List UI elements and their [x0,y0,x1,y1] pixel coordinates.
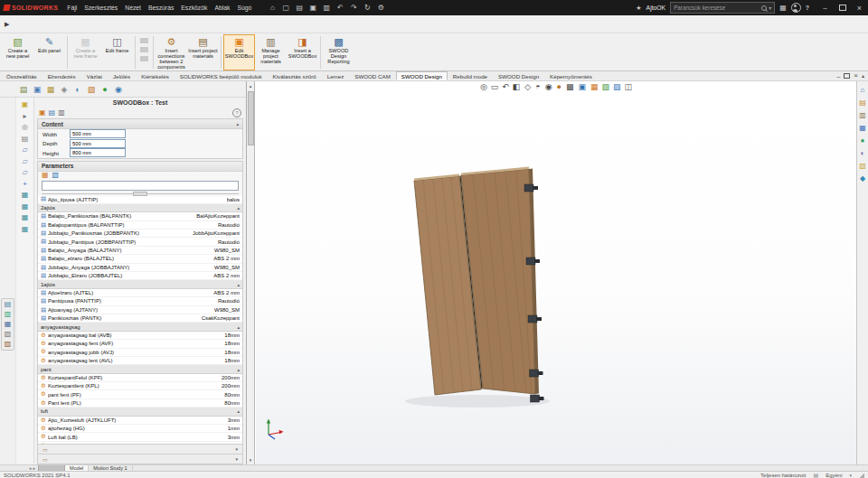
custom-properties-icon[interactable]: ▧ [859,162,866,170]
ribbon-item[interactable] [135,36,136,69]
command-tab[interactable]: SWOOD CAM [349,71,396,80]
collapsed-group-row[interactable] [38,444,242,454]
parameter-row[interactable]: anyagvastagsag jobb (AVJ) 18mm [38,349,242,357]
graphics-viewport[interactable]: ◎ ▭ ↶ ◧ ◇ ◓ ◉ ● [256,81,856,464]
parameter-row[interactable]: Balajto_elzaro (BALAJTEL) ABS 2 mm [38,255,242,263]
dimension-input[interactable] [70,148,126,157]
parameter-value[interactable]: 1mm [228,426,240,431]
edit-swoodbox-button[interactable]: ▣ Edit SWOODBox [223,34,255,70]
appearances-tab-icon[interactable]: ● [99,84,110,95]
parameter-value[interactable]: 3mm [228,417,240,423]
parameter-value[interactable]: 3mm [228,435,240,440]
scrollbar-thumb[interactable] [248,91,254,145]
create-new-frame-button[interactable]: ▦ Create a new frame [70,34,101,70]
insert-swoodbox-button[interactable]: ◨ Insert a SWOODBox [287,34,318,70]
save-icon[interactable]: ▣ [307,2,319,14]
parameter-row[interactable]: anyagvastagsag fent (AVF) 18mm [38,340,242,348]
parameter-value[interactable]: 80mm [224,392,240,398]
chevron-down-icon[interactable] [235,446,238,452]
swood-palette-icon[interactable]: ▤ [5,301,12,308]
swood-tab-icon[interactable]: ▧ [86,84,97,95]
parameter-value[interactable]: W980_SM [214,265,240,270]
tree-item-icon[interactable]: ▸ [23,112,26,120]
propertymanager-tab-icon[interactable]: ▣ [32,84,42,95]
parameter-value[interactable]: Rautodió [218,222,240,228]
parameter-value[interactable]: BalAjtoKozeppant [196,213,240,219]
command-tab[interactable]: Jelölés [108,71,136,80]
tree-item-icon[interactable]: ▦ [22,213,29,221]
parameter-row[interactable]: Ajtoanyag (AJTANY) W980_SM [38,306,242,314]
featuremanager-tab-icon[interactable]: ▤ [18,84,29,95]
search-caret-icon[interactable] [769,5,771,11]
parameter-row[interactable]: anyagvastagsag [38,323,242,331]
menu-item[interactable]: Beszúrás [145,4,177,12]
home-icon[interactable]: ⌂ [861,86,865,94]
parameter-value[interactable]: CsakKozeppant [202,315,240,321]
file-explorer-icon[interactable]: ▥ [859,111,866,119]
command-search[interactable]: Parancsok keresése [670,2,775,14]
chevron-down-icon[interactable] [235,456,238,462]
group-collapse-icon[interactable] [237,205,240,211]
configurationmanager-tab-icon[interactable]: ▦ [45,84,56,95]
group-collapse-icon[interactable] [237,324,240,330]
dimension-input[interactable] [70,129,126,138]
parameter-value[interactable]: 18mm [224,333,240,338]
parameter-value[interactable]: ABS 2 mm [213,290,240,295]
help-info-icon[interactable] [232,108,241,117]
command-tab[interactable]: Kiválasztás szűrő [268,71,322,80]
favorites-star-icon[interactable] [636,5,641,12]
run-macro-icon[interactable] [5,21,9,27]
parameter-row[interactable]: Balajtopanttipus (BALPANTTIP) Rautodió [38,221,242,230]
swood-box-tool-icon[interactable]: ▦ [5,321,12,328]
parameter-row[interactable]: Jobbajto_Panttipus (JOBBPANTTIP) Rautodi… [38,238,242,246]
insert-connections-button[interactable]: ⚙ Insert connections between 2 component… [156,34,187,70]
parameter-value[interactable]: W980_SM [214,248,240,253]
parameter-value[interactable]: Rautodió [218,239,240,245]
ribbon-item[interactable] [221,36,222,69]
units-label[interactable]: Egyéni [826,473,842,478]
redo-icon[interactable]: ↷ [347,2,360,14]
swood-frame-tool-icon[interactable]: ▧ [5,331,12,338]
tree-item-icon[interactable]: ▦ [22,202,29,211]
help-icon[interactable] [806,5,809,11]
open-icon[interactable]: ▤ [293,2,306,14]
parameter-row[interactable]: Ajto_tipusa (AJTTIP) balos [38,196,242,204]
new-document-icon[interactable]: ▢ [279,2,292,14]
units-caret-icon[interactable] [849,473,852,478]
doc-restore-icon[interactable] [844,73,850,79]
units-sheet-icon[interactable] [813,473,818,478]
menu-item[interactable]: Nézet [121,4,145,12]
parameter-value[interactable]: 18mm [224,341,240,346]
parameter-row[interactable]: 2ajtós [38,204,242,212]
swood-report-tool-icon[interactable]: ▨ [5,341,12,348]
model-3d[interactable] [256,81,856,464]
tree-item-icon[interactable]: + [23,180,27,188]
swood-save-icon[interactable]: ▥ [58,109,65,117]
parameter-value[interactable]: 200mm [222,375,240,380]
parameter-row[interactable]: Luft bal (LB) 3mm [38,433,242,441]
parameter-row[interactable]: Koztespantlent (KPL) 200mm [38,382,242,390]
appearances-icon[interactable]: ● [861,136,865,145]
minimize-button[interactable] [816,0,834,15]
command-tab[interactable]: Képernyőmentés [544,71,598,80]
tree-item-icon[interactable]: ▱ [22,145,27,154]
command-tab[interactable]: Elrendezés [42,71,81,80]
ccd-tab-icon[interactable]: ◉ [113,84,124,95]
parameter-row[interactable]: pant [38,365,242,373]
parameter-row[interactable]: Pantkiosztas (PANTK) CsakKozeppant [38,314,242,323]
tree-item-icon[interactable]: ▣ [22,100,29,108]
content-group-header[interactable]: Content [38,119,242,129]
param-add-icon[interactable]: ▦ [42,172,49,179]
swood-library-icon[interactable]: ▥ [5,311,12,318]
parameter-value[interactable]: ABS 2 mm [213,273,240,278]
close-button[interactable] [851,0,868,15]
parameter-filter-input[interactable] [42,182,238,190]
parameter-row[interactable]: Panttipusa (PANTTIP) Rautodió [38,297,242,305]
collapse-ribbon-icon[interactable] [862,73,864,79]
tree-item-icon[interactable]: ▱ [22,157,27,165]
splitter-handle[interactable] [38,192,242,196]
menu-item[interactable]: Ablak [211,4,233,12]
view-palette-icon[interactable]: ▦ [859,124,866,132]
parameter-value[interactable]: 80mm [224,400,240,406]
frame-tools-stack[interactable] [138,37,150,68]
